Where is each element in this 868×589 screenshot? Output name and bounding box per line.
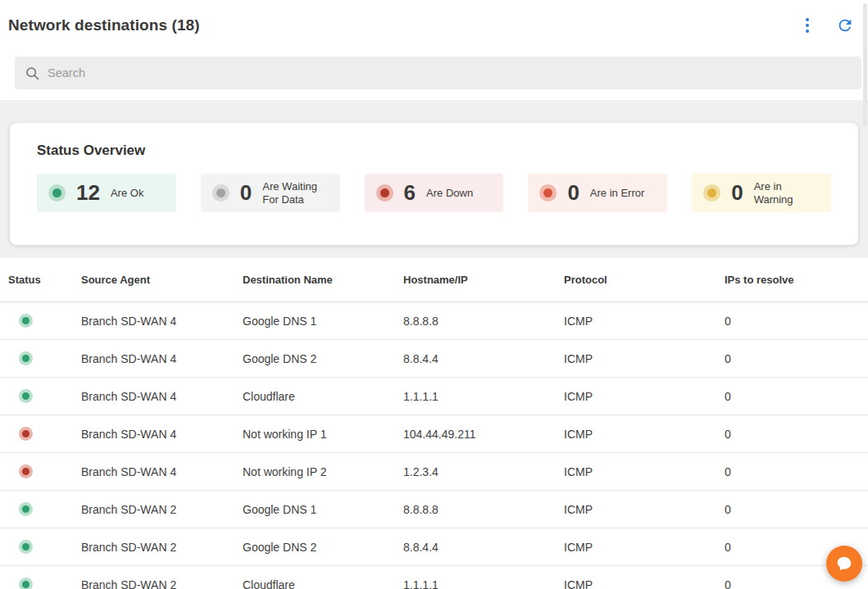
status-dot (19, 578, 33, 589)
table-row[interactable]: Branch SD-WAN 2 Cloudflare 1.1.1.1 ICMP … (0, 566, 868, 589)
ips-to-resolve-cell: 0 (725, 465, 868, 478)
source-agent-cell: Branch SD-WAN 4 (81, 315, 243, 328)
ips-to-resolve-cell: 0 (725, 315, 868, 328)
protocol-cell: ICMP (564, 352, 725, 365)
search-input[interactable] (48, 66, 852, 79)
chat-bubble-icon (835, 555, 853, 573)
tile-label: Are in Error (590, 187, 644, 200)
topbar: Network destinations (18) (0, 0, 868, 46)
destination-name-cell: Google DNS 1 (243, 503, 403, 516)
col-hostname-ip: Hostname/IP (403, 274, 564, 286)
table-body: Branch SD-WAN 4 Google DNS 1 8.8.8.8 ICM… (0, 302, 868, 589)
status-dot (703, 184, 720, 202)
hostname-ip-cell: 1.1.1.1 (403, 578, 564, 589)
status-dot (376, 184, 393, 202)
destinations-table: Status Source Agent Destination Name Hos… (0, 258, 868, 589)
tile-count: 0 (567, 180, 579, 206)
table-row[interactable]: Branch SD-WAN 4 Not working IP 1 104.44.… (0, 415, 868, 453)
tile-count: 0 (731, 180, 743, 206)
status-dot (539, 184, 557, 202)
tile-label: Are Down (426, 187, 473, 200)
table-header: Status Source Agent Destination Name Hos… (0, 258, 868, 302)
status-dot (19, 314, 33, 328)
status-tile[interactable]: 0 Are in Warning (692, 174, 831, 212)
hostname-ip-cell: 1.1.1.1 (403, 390, 564, 403)
status-dot (19, 540, 33, 554)
destination-name-cell: Cloudflare (243, 578, 403, 589)
chat-launcher-button[interactable] (826, 546, 862, 582)
status-dot (19, 351, 33, 365)
col-protocol: Protocol (564, 274, 725, 286)
protocol-cell: ICMP (564, 541, 725, 554)
status-dot (19, 389, 33, 403)
col-ips-to-resolve: IPs to resolve (725, 274, 868, 286)
protocol-cell: ICMP (564, 578, 725, 589)
scrollbar-thumb[interactable] (863, 3, 867, 126)
protocol-cell: ICMP (564, 465, 725, 478)
source-agent-cell: Branch SD-WAN 2 (81, 541, 243, 554)
hostname-ip-cell: 1.2.3.4 (403, 465, 564, 478)
source-agent-cell: Branch SD-WAN 2 (81, 503, 243, 516)
status-dot (19, 464, 33, 478)
hostname-ip-cell: 8.8.4.4 (403, 541, 564, 554)
tile-label: Are Waiting For Data (262, 180, 328, 206)
status-tiles: 12 Are Ok 0 Are Waiting For Data 6 Are D… (37, 174, 831, 212)
source-agent-cell: Branch SD-WAN 4 (81, 465, 243, 478)
col-source-agent: Source Agent (81, 274, 243, 286)
tile-count: 6 (404, 180, 416, 206)
destination-name-cell: Google DNS 2 (243, 352, 403, 365)
kebab-menu-icon[interactable] (801, 15, 814, 36)
protocol-cell: ICMP (564, 428, 725, 441)
col-destination-name: Destination Name (243, 274, 403, 286)
status-overview-card: Status Overview 12 Are Ok 0 Are Waiting … (10, 123, 858, 245)
table-row[interactable]: Branch SD-WAN 2 Google DNS 1 8.8.8.8 ICM… (0, 491, 868, 528)
hostname-ip-cell: 104.44.49.211 (403, 428, 564, 441)
refresh-icon[interactable] (835, 16, 855, 35)
destination-name-cell: Cloudflare (243, 390, 403, 403)
destination-name-cell: Not working IP 1 (243, 428, 403, 441)
hostname-ip-cell: 8.8.4.4 (403, 352, 564, 365)
status-dot (19, 427, 33, 441)
tile-count: 0 (240, 180, 252, 206)
destination-name-cell: Google DNS 2 (243, 541, 403, 554)
status-tile[interactable]: 0 Are Waiting For Data (201, 174, 340, 212)
source-agent-cell: Branch SD-WAN 4 (81, 352, 243, 365)
tile-count: 12 (76, 180, 100, 206)
ips-to-resolve-cell: 0 (725, 390, 868, 403)
topbar-actions (801, 15, 857, 36)
destination-name-cell: Not working IP 2 (243, 465, 403, 478)
page-title: Network destinations (18) (8, 16, 200, 34)
protocol-cell: ICMP (564, 390, 725, 403)
table-row[interactable]: Branch SD-WAN 4 Google DNS 2 8.8.4.4 ICM… (0, 340, 868, 378)
status-overview-band: Status Overview 12 Are Ok 0 Are Waiting … (0, 100, 868, 258)
protocol-cell: ICMP (564, 315, 725, 328)
source-agent-cell: Branch SD-WAN 4 (81, 428, 243, 441)
status-tile[interactable]: 6 Are Down (365, 174, 504, 212)
status-tile[interactable]: 0 Are in Error (528, 174, 667, 212)
ips-to-resolve-cell: 0 (725, 503, 868, 516)
source-agent-cell: Branch SD-WAN 4 (81, 390, 243, 403)
search-bar (15, 57, 861, 89)
protocol-cell: ICMP (564, 503, 725, 516)
status-dot (19, 502, 33, 516)
search-icon (25, 66, 40, 81)
hostname-ip-cell: 8.8.8.8 (403, 315, 564, 328)
source-agent-cell: Branch SD-WAN 2 (81, 578, 243, 589)
status-dot (212, 184, 229, 202)
ips-to-resolve-cell: 0 (725, 352, 868, 365)
tile-label: Are in Warning (754, 180, 820, 206)
table-row[interactable]: Branch SD-WAN 4 Not working IP 2 1.2.3.4… (0, 453, 868, 491)
destination-name-cell: Google DNS 1 (243, 315, 403, 328)
table-row[interactable]: Branch SD-WAN 2 Google DNS 2 8.8.4.4 ICM… (0, 528, 868, 566)
status-dot (48, 184, 66, 202)
table-row[interactable]: Branch SD-WAN 4 Cloudflare 1.1.1.1 ICMP … (0, 378, 868, 415)
status-tile[interactable]: 12 Are Ok (37, 174, 176, 212)
col-status: Status (8, 274, 81, 286)
hostname-ip-cell: 8.8.8.8 (403, 503, 564, 516)
tile-label: Are Ok (111, 187, 143, 200)
table-row[interactable]: Branch SD-WAN 4 Google DNS 1 8.8.8.8 ICM… (0, 302, 868, 340)
ips-to-resolve-cell: 0 (725, 428, 868, 441)
status-overview-title: Status Overview (37, 143, 831, 159)
